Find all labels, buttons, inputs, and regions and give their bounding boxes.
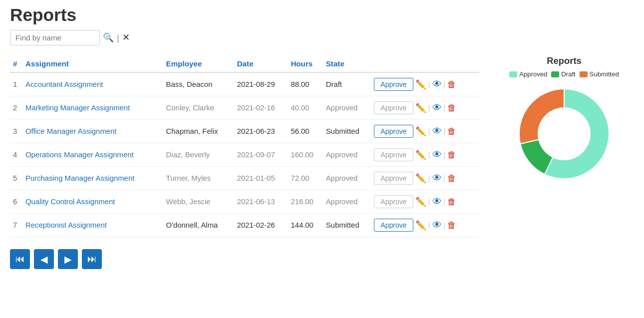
legend-color <box>580 71 588 77</box>
row-hours: 72.00 <box>288 167 322 190</box>
row-actions: Approve ✏️ | 👁 | 🗑 <box>371 96 479 120</box>
assignment-link[interactable]: Operations Manager Assignment <box>25 151 134 159</box>
approve-button: Approve <box>374 195 413 208</box>
row-assignment[interactable]: Accountant Assignment <box>22 72 163 96</box>
col-state: State <box>323 55 371 72</box>
prev-page-button[interactable]: ◀ <box>34 249 54 269</box>
row-date: 2021-02-26 <box>234 214 288 237</box>
view-icon[interactable]: 👁 <box>432 79 442 90</box>
assignment-link[interactable]: Accountant Assignment <box>25 80 103 88</box>
row-date: 2021-02-16 <box>234 96 288 120</box>
edit-icon[interactable]: ✏️ <box>415 150 426 160</box>
action-icons: Approve ✏️ | 👁 | 🗑 <box>374 219 476 232</box>
row-num: 2 <box>10 96 22 120</box>
delete-icon[interactable]: 🗑 <box>447 79 456 90</box>
reports-table: # Assignment Employee Date Hours State 1… <box>10 55 479 237</box>
action-icons: Approve ✏️ | 👁 | 🗑 <box>374 195 476 208</box>
delete-icon[interactable]: 🗑 <box>447 197 456 207</box>
legend-label: Draft <box>561 70 575 78</box>
table-section: # Assignment Employee Date Hours State 1… <box>10 55 479 269</box>
row-num: 5 <box>10 167 22 190</box>
assignment-link[interactable]: Receptionist Assignment <box>25 221 107 229</box>
row-state: Approved <box>323 190 371 214</box>
row-employee: Chapman, Felix <box>163 120 234 143</box>
row-assignment[interactable]: Purchasing Manager Assignment <box>22 167 163 190</box>
row-assignment[interactable]: Marketing Manager Assignment <box>22 96 163 120</box>
edit-icon[interactable]: ✏️ <box>415 173 426 184</box>
col-employee: Employee <box>163 55 234 72</box>
row-hours: 216.00 <box>288 190 322 214</box>
row-date: 2021-08-29 <box>234 72 288 96</box>
assignment-link[interactable]: Marketing Manager Assignment <box>25 104 130 112</box>
table-header-row: # Assignment Employee Date Hours State <box>10 55 479 72</box>
action-icons: Approve ✏️ | 👁 | 🗑 <box>374 125 476 138</box>
row-actions: Approve ✏️ | 👁 | 🗑 <box>371 167 479 190</box>
row-num: 4 <box>10 143 22 167</box>
view-icon[interactable]: 👁 <box>432 149 442 160</box>
delete-icon[interactable]: 🗑 <box>447 126 456 137</box>
row-assignment[interactable]: Quality Control Assignment <box>22 190 163 214</box>
row-assignment[interactable]: Operations Manager Assignment <box>22 143 163 167</box>
table-row: 7 Receptionist Assignment O'donnell, Alm… <box>10 214 479 237</box>
delete-icon[interactable]: 🗑 <box>447 173 456 184</box>
edit-icon[interactable]: ✏️ <box>415 103 426 113</box>
row-assignment[interactable]: Receptionist Assignment <box>22 214 163 237</box>
row-num: 7 <box>10 214 22 237</box>
row-assignment[interactable]: Office Manager Assignment <box>22 120 163 143</box>
edit-icon[interactable]: ✏️ <box>415 197 426 207</box>
approve-button[interactable]: Approve <box>374 78 413 91</box>
delete-icon[interactable]: 🗑 <box>447 103 456 113</box>
edit-icon[interactable]: ✏️ <box>415 220 426 231</box>
row-hours: 160.00 <box>288 143 322 167</box>
search-divider: | <box>117 32 119 43</box>
search-button[interactable]: 🔍 <box>103 32 114 43</box>
col-num: # <box>10 55 22 72</box>
edit-icon[interactable]: ✏️ <box>415 79 426 90</box>
row-actions: Approve ✏️ | 👁 | 🗑 <box>371 214 479 237</box>
search-input[interactable] <box>10 30 100 45</box>
view-icon[interactable]: 👁 <box>432 196 442 207</box>
legend-color <box>509 71 517 77</box>
row-employee: Turner, Myles <box>163 167 234 190</box>
legend-label: Submitted <box>590 70 619 78</box>
approve-button[interactable]: Approve <box>374 219 413 232</box>
row-state: Draft <box>323 72 371 96</box>
row-num: 1 <box>10 72 22 96</box>
row-state: Approved <box>323 96 371 120</box>
delete-icon[interactable]: 🗑 <box>447 150 456 160</box>
row-date: 2021-01-05 <box>234 167 288 190</box>
view-icon[interactable]: 👁 <box>432 173 442 184</box>
row-hours: 56.00 <box>288 120 322 143</box>
row-hours: 144.00 <box>288 214 322 237</box>
legend-item: Draft <box>551 70 575 78</box>
action-icons: Approve ✏️ | 👁 | 🗑 <box>374 148 476 161</box>
legend-color <box>551 71 559 77</box>
last-page-button[interactable]: ⏭ <box>82 249 102 269</box>
assignment-link[interactable]: Purchasing Manager Assignment <box>25 174 134 182</box>
first-page-button[interactable]: ⏮ <box>10 249 30 269</box>
row-actions: Approve ✏️ | 👁 | 🗑 <box>371 190 479 214</box>
row-date: 2021-09-07 <box>234 143 288 167</box>
edit-icon[interactable]: ✏️ <box>415 126 426 137</box>
clear-search-button[interactable]: ✕ <box>122 32 130 43</box>
row-date: 2021-06-13 <box>234 190 288 214</box>
view-icon[interactable]: 👁 <box>432 102 442 113</box>
action-icons: Approve ✏️ | 👁 | 🗑 <box>374 172 476 185</box>
legend-item: Submitted <box>580 70 619 78</box>
assignment-link[interactable]: Quality Control Assignment <box>25 198 115 206</box>
view-icon[interactable]: 👁 <box>432 220 442 231</box>
row-state: Submitted <box>323 214 371 237</box>
view-icon[interactable]: 👁 <box>432 126 442 137</box>
assignment-link[interactable]: Office Manager Assignment <box>25 127 116 135</box>
next-page-button[interactable]: ▶ <box>58 249 78 269</box>
delete-icon[interactable]: 🗑 <box>447 220 456 231</box>
table-row: 3 Office Manager Assignment Chapman, Fel… <box>10 120 479 143</box>
row-num: 6 <box>10 190 22 214</box>
action-icons: Approve ✏️ | 👁 | 🗑 <box>374 101 476 114</box>
row-num: 3 <box>10 120 22 143</box>
approve-button: Approve <box>374 148 413 161</box>
row-hours: 88.00 <box>288 72 322 96</box>
approve-button[interactable]: Approve <box>374 125 413 138</box>
row-actions: Approve ✏️ | 👁 | 🗑 <box>371 143 479 167</box>
row-date: 2021-06-23 <box>234 120 288 143</box>
